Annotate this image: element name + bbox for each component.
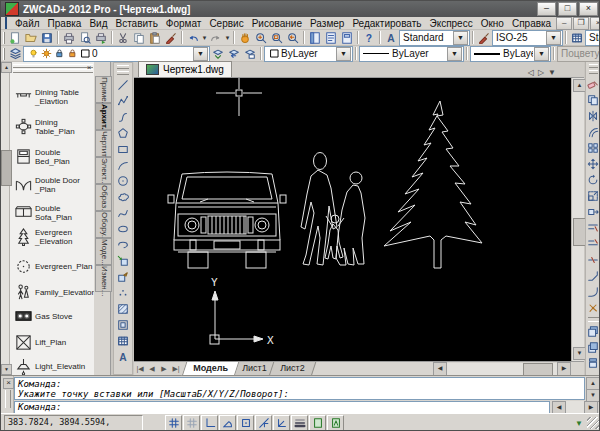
- arc-icon[interactable]: [114, 157, 132, 173]
- revision-cloud-icon[interactable]: [114, 189, 132, 205]
- palette-item[interactable]: Evergreen _Elevation: [11, 227, 95, 246]
- draworder-back-icon[interactable]: [586, 339, 600, 355]
- command-scrollbar[interactable]: ▲ ▼: [586, 377, 598, 400]
- menu-правка[interactable]: Правка: [44, 18, 86, 29]
- command-close-icon[interactable]: ×: [3, 378, 14, 389]
- table-icon[interactable]: [114, 333, 132, 349]
- chamfer-icon[interactable]: [586, 268, 600, 284]
- tab-menu-icon[interactable]: ▼: [548, 68, 556, 77]
- fillet-icon[interactable]: [586, 284, 600, 300]
- palette-tab-2[interactable]: Архит...: [95, 103, 112, 130]
- curve-icon[interactable]: [114, 109, 132, 125]
- print-preview-icon[interactable]: [77, 30, 93, 45]
- dim-style-icon[interactable]: [476, 30, 492, 45]
- copy-obj-icon[interactable]: [586, 92, 600, 108]
- undo-icon[interactable]: [185, 30, 201, 45]
- resize-grip[interactable]: [587, 417, 599, 429]
- drawing-canvas[interactable]: Y X: [134, 78, 571, 361]
- ucs-toggle[interactable]: [273, 415, 290, 431]
- palette-item[interactable]: Family_Elevation: [11, 283, 95, 302]
- close-button[interactable]: ×: [579, 2, 598, 16]
- erase-icon[interactable]: [586, 76, 600, 92]
- save-icon[interactable]: [39, 30, 55, 45]
- paste-icon[interactable]: [147, 30, 163, 45]
- document-tab[interactable]: Чертеж1.dwg: [138, 61, 232, 77]
- next-layout-icon[interactable]: ▶: [158, 363, 170, 375]
- palette-tab-7[interactable]: Моде...: [95, 238, 112, 265]
- table-style-combo[interactable]: Standard▼: [585, 30, 600, 46]
- menu-файл[interactable]: Файл: [11, 18, 44, 29]
- tab-scroll-right-icon[interactable]: ▷: [538, 68, 544, 77]
- status-menu-icon[interactable]: ▼: [575, 419, 583, 428]
- ellipse-arc-icon[interactable]: [114, 237, 132, 253]
- palette-header[interactable]: ×: [11, 63, 95, 74]
- mtext-icon[interactable]: A: [114, 349, 132, 365]
- drop-icon[interactable]: ▾: [201, 34, 208, 42]
- palette-tab-8[interactable]: Измен...: [95, 265, 112, 292]
- toolbar-grip[interactable]: [3, 48, 5, 60]
- grid-toggle[interactable]: [183, 415, 200, 431]
- scroll-left-icon[interactable]: ◀: [433, 362, 447, 376]
- menu-формат[interactable]: Формат: [162, 18, 206, 29]
- palette-item[interactable]: Gas Stove: [11, 307, 95, 326]
- mirror-icon[interactable]: [586, 108, 600, 124]
- menu-вставить[interactable]: Вставить: [111, 18, 161, 29]
- menu-размер[interactable]: Размер: [306, 18, 348, 29]
- drop-icon[interactable]: ▾: [224, 34, 231, 42]
- scroll-right-icon[interactable]: ▶: [557, 362, 571, 376]
- spline-icon[interactable]: [114, 205, 132, 221]
- pan-icon[interactable]: [237, 30, 253, 45]
- ortho-toggle[interactable]: [201, 415, 218, 431]
- hatch-icon[interactable]: [114, 301, 132, 317]
- line-icon[interactable]: [114, 77, 132, 93]
- palette-item[interactable]: Double Bed_Plan: [11, 147, 95, 166]
- menu-окно[interactable]: Окно: [477, 18, 508, 29]
- layer-lock-icon[interactable]: [53, 48, 66, 59]
- menu-вид[interactable]: Вид: [85, 18, 111, 29]
- palette-item[interactable]: Double Sofa_Plan: [11, 203, 95, 222]
- model-toggle[interactable]: [309, 415, 326, 431]
- rectangle-icon[interactable]: [114, 141, 132, 157]
- rotate-icon[interactable]: [586, 172, 600, 188]
- array-icon[interactable]: [586, 140, 600, 156]
- zoom-window-icon[interactable]: [269, 30, 285, 45]
- dyn-toggle[interactable]: [327, 415, 344, 431]
- dim-style-combo[interactable]: ISO-25▼: [492, 30, 563, 46]
- polyline-icon[interactable]: [114, 93, 132, 109]
- lwt-toggle[interactable]: [291, 415, 308, 431]
- layout-tab-модель[interactable]: Модель: [182, 362, 239, 376]
- layer-on-icon[interactable]: [27, 48, 40, 59]
- publish-icon[interactable]: [93, 30, 109, 45]
- new-icon[interactable]: [7, 30, 23, 45]
- trim-icon[interactable]: [586, 220, 600, 236]
- draworder-above-icon[interactable]: [586, 355, 600, 371]
- command-history[interactable]: Команда:Укажите точку вставки или [Масшт…: [14, 377, 585, 400]
- redo-icon[interactable]: [208, 30, 224, 45]
- toolbar-grip[interactable]: [3, 32, 5, 44]
- snap-toggle[interactable]: [165, 415, 182, 431]
- osnap-toggle[interactable]: [237, 415, 254, 431]
- last-layout-icon[interactable]: ▶|: [170, 363, 182, 375]
- tab-scroll-left-icon[interactable]: ◁: [528, 68, 534, 77]
- break-icon[interactable]: [586, 252, 600, 268]
- make-block-icon[interactable]: [114, 269, 132, 285]
- layer-combo[interactable]: 0▼: [23, 46, 210, 62]
- cut-icon[interactable]: [115, 30, 131, 45]
- point-icon[interactable]: [114, 285, 132, 301]
- layer-plot-icon[interactable]: [66, 48, 79, 59]
- menu-справка[interactable]: Справка: [508, 18, 555, 29]
- child-close-button[interactable]: ×: [590, 17, 600, 30]
- palette-item[interactable]: Lift_Plan: [11, 333, 95, 352]
- circle-icon[interactable]: [114, 173, 132, 189]
- child-minimize-button[interactable]: –: [556, 17, 572, 30]
- layer-properties-button[interactable]: [7, 46, 23, 61]
- minimize-button[interactable]: –: [537, 2, 556, 16]
- maximize-button[interactable]: □: [558, 2, 577, 16]
- zoom-realtime-icon[interactable]: [253, 30, 269, 45]
- polygon-icon[interactable]: [114, 125, 132, 141]
- make-object-layer-current-button[interactable]: [210, 46, 226, 61]
- layer-states-button[interactable]: [242, 46, 258, 61]
- menu-экспресс[interactable]: Экспресс: [425, 18, 476, 29]
- offset-icon[interactable]: [586, 124, 600, 140]
- command-grip[interactable]: [5, 390, 11, 408]
